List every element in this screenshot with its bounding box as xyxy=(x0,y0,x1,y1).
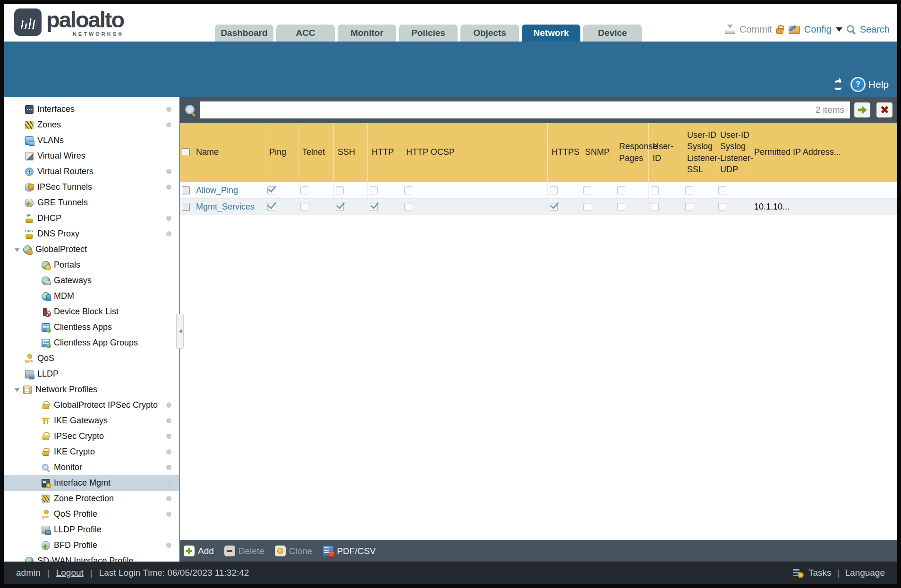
sidebar-item-ipsec-crypto[interactable]: IPSec Crypto xyxy=(4,428,179,444)
sidebar-item-lldp[interactable]: LLDP xyxy=(4,366,179,382)
col-ping[interactable]: Ping xyxy=(265,123,298,182)
pdf-csv-button[interactable]: PDF/CSV xyxy=(323,546,375,556)
col-permitted-ip[interactable]: Permitted IP Address... xyxy=(750,123,897,182)
unlock-icon[interactable] xyxy=(776,25,784,34)
col-snmp[interactable]: SNMP xyxy=(581,123,615,182)
sidebar-item-network-profiles[interactable]: Network Profiles xyxy=(4,382,179,397)
config-menu-button[interactable]: Config xyxy=(804,24,832,35)
tab-acc[interactable]: ACC xyxy=(276,25,335,42)
sidebar-item-qos-profile[interactable]: QoS Profile xyxy=(4,506,179,522)
sidebar-item-monitor-profile[interactable]: Monitor xyxy=(4,460,179,475)
apply-filter-button[interactable] xyxy=(854,102,870,118)
snmp-checkbox[interactable] xyxy=(583,203,591,211)
http-checkbox[interactable] xyxy=(370,186,378,194)
filter-search-input[interactable] xyxy=(200,101,850,118)
http-checkbox[interactable] xyxy=(370,203,378,211)
sidebar-collapse-handle[interactable] xyxy=(176,314,184,349)
clone-button[interactable]: Clone xyxy=(275,546,313,556)
sidebar-item-zone-protection[interactable]: Zone Protection xyxy=(4,491,179,506)
ssh-checkbox[interactable] xyxy=(336,186,344,194)
http-ocsp-checkbox[interactable] xyxy=(404,186,412,194)
tab-monitor[interactable]: Monitor xyxy=(338,25,396,42)
tab-device[interactable]: Device xyxy=(583,25,642,42)
user-id-checkbox[interactable] xyxy=(651,203,659,211)
sidebar-item-device-block-list[interactable]: Device Block List xyxy=(4,304,179,319)
help-button[interactable]: ? Help xyxy=(850,77,889,92)
profile-name-link[interactable]: Allow_Ping xyxy=(196,185,238,195)
http-ocsp-checkbox[interactable] xyxy=(404,203,412,211)
uid-syslog-ssl-checkbox[interactable] xyxy=(685,203,693,211)
response-pages-checkbox[interactable] xyxy=(617,203,625,211)
top-header: paloalto NETWORKS® Dashboard ACC Monitor… xyxy=(4,4,897,42)
col-uid-syslog-ssl[interactable]: User-ID Syslog Listener-SSL xyxy=(683,123,716,182)
profile-name-link[interactable]: Mgmt_Services xyxy=(196,202,255,212)
collapse-caret-icon[interactable] xyxy=(14,388,20,395)
sidebar-item-vlans[interactable]: VLANs xyxy=(4,133,179,148)
sidebar-item-gateways[interactable]: Gateways xyxy=(4,273,179,288)
sidebar-item-clientless-app-groups[interactable]: Clientless App Groups xyxy=(4,335,179,351)
lock-icon xyxy=(42,448,50,456)
ping-checkbox[interactable] xyxy=(267,203,275,211)
sidebar-item-lldp-profile[interactable]: LLDP Profile xyxy=(4,522,179,538)
sidebar-item-clientless-apps[interactable]: Clientless Apps xyxy=(4,319,179,335)
sidebar-item-globalprotect-ipsec-crypto[interactable]: GlobalProtect IPSec Crypto xyxy=(4,397,179,413)
add-button[interactable]: Add xyxy=(184,546,214,556)
col-ssh[interactable]: SSH xyxy=(334,123,368,182)
https-checkbox[interactable] xyxy=(550,203,558,211)
commit-button[interactable]: Commit xyxy=(740,24,772,35)
col-uid-syslog-udp[interactable]: User-ID Syslog Listener-UDP xyxy=(716,123,750,182)
sidebar-item-sd-wan-interface-profile[interactable]: SD-WAN Interface Profile xyxy=(4,553,179,562)
sidebar-item-interface-mgmt[interactable]: Interface Mgmt xyxy=(4,475,179,491)
tasks-button[interactable]: Tasks xyxy=(808,568,832,578)
sidebar-item-dhcp[interactable]: DHCP xyxy=(4,210,179,226)
delete-button[interactable]: Delete xyxy=(224,546,264,556)
sidebar-item-globalprotect[interactable]: GlobalProtect xyxy=(4,242,179,257)
ssh-checkbox[interactable] xyxy=(336,203,344,211)
col-name[interactable]: Name xyxy=(192,123,265,182)
tab-policies[interactable]: Policies xyxy=(399,25,458,42)
sidebar-item-dns-proxy[interactable]: DNS Proxy xyxy=(4,226,179,242)
tab-objects[interactable]: Objects xyxy=(460,25,519,42)
sidebar-item-interfaces[interactable]: Interfaces xyxy=(4,101,179,117)
sidebar-item-gre-tunnels[interactable]: GRE Tunnels xyxy=(4,195,179,210)
uid-syslog-ssl-checkbox[interactable] xyxy=(685,186,693,194)
sidebar-item-zones[interactable]: Zones xyxy=(4,117,179,133)
global-search-button[interactable]: Search xyxy=(860,24,890,35)
tab-dashboard[interactable]: Dashboard xyxy=(215,25,273,42)
logout-link[interactable]: Logout xyxy=(56,568,84,578)
telnet-checkbox[interactable] xyxy=(300,203,308,211)
sidebar-item-mdm[interactable]: MDM xyxy=(4,288,179,304)
response-pages-checkbox[interactable] xyxy=(617,186,625,194)
refresh-icon[interactable] xyxy=(832,79,844,91)
col-response-pages[interactable]: Response Pages xyxy=(615,123,649,182)
clientless-app-groups-icon xyxy=(42,339,50,347)
uid-syslog-udp-checkbox[interactable] xyxy=(718,203,726,211)
clear-filter-button[interactable] xyxy=(876,102,892,118)
col-http-ocsp[interactable]: HTTP OCSP xyxy=(402,123,548,182)
col-http[interactable]: HTTP xyxy=(368,123,402,182)
col-https[interactable]: HTTPS xyxy=(548,123,581,182)
sidebar-item-ipsec-tunnels[interactable]: IPSec Tunnels xyxy=(4,179,179,195)
sidebar-item-bfd-profile[interactable]: BFD Profile xyxy=(4,538,179,553)
sidebar-item-virtual-wires[interactable]: Virtual Wires xyxy=(4,148,179,164)
tab-network[interactable]: Network xyxy=(522,25,580,42)
sidebar-item-ike-crypto[interactable]: IKE Crypto xyxy=(4,444,179,460)
telnet-checkbox[interactable] xyxy=(300,186,308,194)
uid-syslog-udp-checkbox[interactable] xyxy=(718,186,726,194)
col-telnet[interactable]: Telnet xyxy=(298,123,334,182)
sidebar-item-qos[interactable]: QoS xyxy=(4,351,179,366)
snmp-checkbox[interactable] xyxy=(583,186,591,194)
language-button[interactable]: Language xyxy=(845,568,885,578)
sidebar-item-ike-gateways[interactable]: IKE Gateways xyxy=(4,413,179,428)
collapse-caret-icon[interactable] xyxy=(14,248,20,255)
config-dropdown-caret-icon[interactable] xyxy=(836,27,842,35)
select-all-checkbox[interactable] xyxy=(182,148,190,156)
row-select-checkbox[interactable] xyxy=(182,203,190,211)
https-checkbox[interactable] xyxy=(550,186,558,194)
user-id-checkbox[interactable] xyxy=(651,186,659,194)
sidebar-item-virtual-routers[interactable]: Virtual Routers xyxy=(4,164,179,179)
sidebar-item-portals[interactable]: Portals xyxy=(4,257,179,273)
row-select-checkbox[interactable] xyxy=(182,186,190,194)
ping-checkbox[interactable] xyxy=(267,186,275,194)
col-user-id[interactable]: User-ID xyxy=(649,123,683,182)
